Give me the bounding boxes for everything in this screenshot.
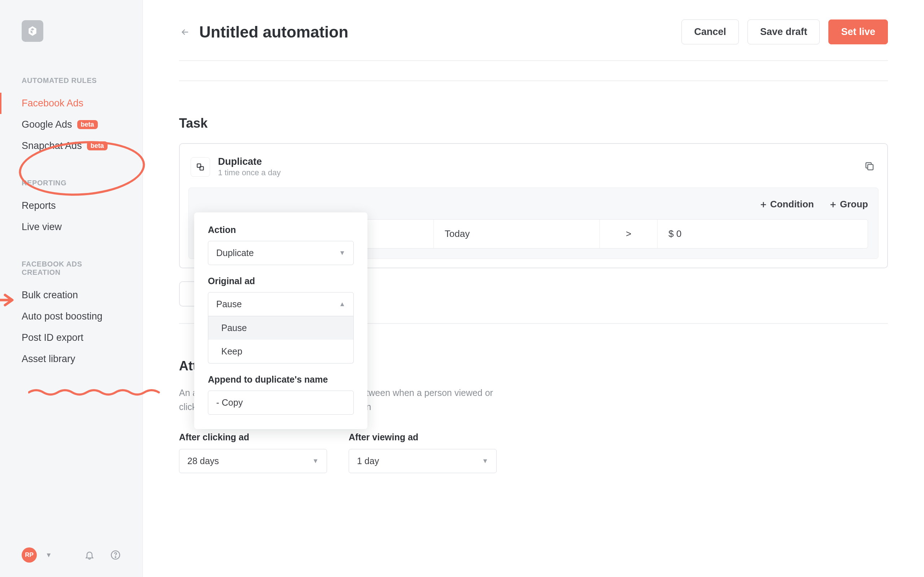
task-frequency: 1 time once a day xyxy=(218,168,281,177)
back-button[interactable] xyxy=(179,26,191,38)
annotation-underline xyxy=(143,388,165,398)
original-ad-label: Original ad xyxy=(208,276,354,286)
action-label: Action xyxy=(208,225,354,235)
sidebar-item-snapchat-ads[interactable]: Snapchat Ads beta xyxy=(0,135,142,156)
sidebar-item-auto-post-boosting[interactable]: Auto post boosting xyxy=(0,306,142,327)
sidebar-item-bulk-creation[interactable]: Bulk creation xyxy=(0,285,142,306)
sidebar-item-label: Auto post boosting xyxy=(22,311,102,322)
sidebar-item-facebook-ads[interactable]: Facebook Ads xyxy=(0,93,142,114)
task-action-popover: Action Duplicate ▼ Original ad Pause ▲ P… xyxy=(194,213,367,429)
chevron-down-icon: ▼ xyxy=(482,457,488,465)
svg-rect-4 xyxy=(868,164,873,170)
sidebar-item-label: Live view xyxy=(22,221,62,233)
arrow-left-icon xyxy=(180,27,190,37)
sidebar-item-label: Facebook Ads xyxy=(22,98,83,109)
original-ad-select-value: Pause xyxy=(216,299,242,309)
main-content: Untitled automation Cancel Save draft Se… xyxy=(143,0,924,577)
after-click-value: 28 days xyxy=(187,456,219,466)
sidebar-item-live-view[interactable]: Live view xyxy=(0,216,142,238)
notifications-icon[interactable] xyxy=(84,550,95,561)
divider xyxy=(179,81,888,81)
nav-heading-reporting: REPORTING xyxy=(0,179,142,195)
beta-badge: beta xyxy=(77,120,98,129)
sidebar-item-google-ads[interactable]: Google Ads beta xyxy=(0,114,142,135)
chevron-down-icon: ▼ xyxy=(312,457,319,465)
page-title: Untitled automation xyxy=(199,23,348,41)
help-icon[interactable] xyxy=(110,550,121,561)
duplicate-icon xyxy=(191,157,210,177)
task-header[interactable]: Duplicate 1 time once a day xyxy=(188,153,879,187)
add-group-button[interactable]: ＋Group xyxy=(828,198,868,211)
after-view-select[interactable]: 1 day ▼ xyxy=(349,449,497,473)
sidebar-item-label: Snapchat Ads xyxy=(22,140,82,152)
add-condition-button[interactable]: ＋Condition xyxy=(759,198,814,211)
sidebar-item-label: Bulk creation xyxy=(22,290,78,301)
sidebar-item-label: Google Ads xyxy=(22,119,72,130)
nav-heading-automated-rules: AUTOMATED RULES xyxy=(0,76,142,93)
dropdown-option-pause[interactable]: Pause xyxy=(208,316,353,340)
app-logo[interactable] xyxy=(22,20,43,42)
chevron-down-icon[interactable]: ▼ xyxy=(45,551,52,559)
after-click-select[interactable]: 28 days ▼ xyxy=(179,449,327,473)
chevron-up-icon: ▲ xyxy=(339,300,346,308)
action-select-value: Duplicate xyxy=(216,248,254,258)
annotation-circle xyxy=(143,137,147,200)
nav-heading-fb-ads-creation: FACEBOOK ADS CREATION xyxy=(0,260,142,285)
after-view-value: 1 day xyxy=(357,456,379,466)
sidebar-item-label: Post ID export xyxy=(22,332,83,343)
save-draft-button[interactable]: Save draft xyxy=(748,19,820,44)
sidebar-item-post-id-export[interactable]: Post ID export xyxy=(0,327,142,348)
beta-badge: beta xyxy=(87,141,108,150)
append-name-input[interactable] xyxy=(208,390,354,415)
append-name-label: Append to duplicate's name xyxy=(208,374,354,385)
plus-icon: ＋ xyxy=(828,199,838,210)
append-name-field[interactable] xyxy=(216,397,346,408)
action-select[interactable]: Duplicate ▼ xyxy=(208,241,354,265)
after-click-label: After clicking ad xyxy=(179,432,327,443)
user-avatar[interactable]: RP xyxy=(22,548,37,562)
sidebar: AUTOMATED RULES Facebook Ads Google Ads … xyxy=(0,0,143,577)
divider xyxy=(179,60,888,61)
original-ad-select[interactable]: Pause ▲ xyxy=(208,292,354,316)
task-card: Duplicate 1 time once a day ＋Condition ＋… xyxy=(179,143,888,268)
sidebar-item-asset-library[interactable]: Asset library xyxy=(0,348,142,370)
condition-timeframe-cell[interactable]: Today xyxy=(434,220,600,248)
task-title: Duplicate xyxy=(218,156,281,167)
condition-value-cell[interactable]: $ 0 xyxy=(657,220,868,248)
chevron-down-icon: ▼ xyxy=(339,249,346,257)
sidebar-item-reports[interactable]: Reports xyxy=(0,195,142,216)
original-ad-dropdown: Pause Keep xyxy=(208,316,354,364)
set-live-button[interactable]: Set live xyxy=(828,19,888,44)
after-view-label: After viewing ad xyxy=(349,432,497,443)
sidebar-item-label: Reports xyxy=(22,200,56,211)
cancel-button[interactable]: Cancel xyxy=(682,19,739,44)
section-title-task: Task xyxy=(179,116,888,131)
svg-point-1 xyxy=(115,557,116,558)
plus-icon: ＋ xyxy=(759,199,768,210)
sidebar-item-label: Asset library xyxy=(22,353,76,364)
logo-icon xyxy=(27,25,38,37)
condition-operator-cell[interactable]: > xyxy=(600,220,657,248)
dropdown-option-keep[interactable]: Keep xyxy=(208,340,353,363)
page-header: Untitled automation Cancel Save draft Se… xyxy=(179,0,888,60)
copy-task-button[interactable] xyxy=(864,161,876,173)
